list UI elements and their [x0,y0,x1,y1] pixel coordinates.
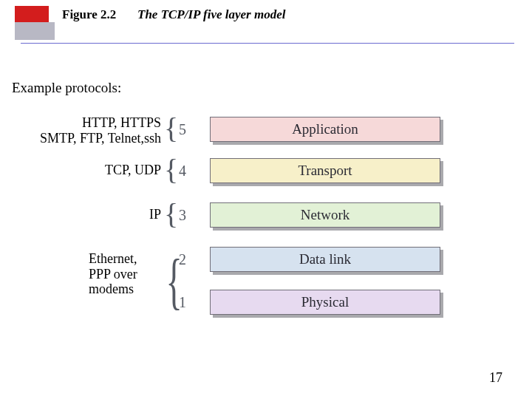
proto-l5-line1: HTTP, HTTPS [82,115,161,130]
example-protocols-label: Example protocols: [12,80,121,96]
proto-phys-l3: modems [89,282,134,296]
proto-phys-l2: PPP over [89,267,137,282]
row-layer-3: IP { 3 Network [0,202,532,236]
proto-layer-5: HTTP, HTTPS SMTP, FTP, Telnet,ssh [7,115,161,146]
row-layer-1: 1 Physical [0,290,532,324]
layer-label-2: Data link [210,247,440,272]
layer-box-3: Network [210,202,440,228]
layer-label-3: Network [210,202,440,228]
proto-layer-4: TCP, UDP [7,163,161,178]
num-l5: 5 [179,121,186,138]
layer-box-2: Data link [210,247,440,272]
brace-l4: { [164,155,177,185]
layer-label-5: Application [210,117,440,142]
header-underline [21,43,514,44]
row-layer-5: HTTP, HTTPS SMTP, FTP, Telnet,ssh { 5 Ap… [0,117,532,151]
brace-phys-datalink: { [166,260,174,304]
proto-l5-line2: SMTP, FTP, Telnet,ssh [40,131,161,146]
layer-box-1: Physical [210,290,440,315]
num-l4: 4 [179,163,186,180]
brace-l5: { [164,114,177,143]
layer-label-4: Transport [210,158,440,183]
proto-layer-3: IP [7,207,161,222]
num-l3: 3 [179,207,186,224]
layer-box-4: Transport [210,158,440,183]
brace-l3: { [164,200,177,229]
slide-header: Figure 2.2 The TCP/IP five layer model [15,6,517,33]
figure-title: The TCP/IP five layer model [137,7,285,22]
proto-phys-l1: Ethernet, [89,251,137,266]
page-number: 17 [489,370,502,386]
row-layer-2: 2 Data link [0,247,532,281]
proto-phys-datalink: Ethernet, PPP over modems [89,251,163,297]
layer-box-5: Application [210,117,440,142]
layer-label-1: Physical [210,290,440,315]
header-red-box [15,6,49,22]
row-layer-4: TCP, UDP { 4 Transport [0,158,532,192]
figure-number: Figure 2.2 [62,7,116,22]
header-shadow [15,22,55,40]
